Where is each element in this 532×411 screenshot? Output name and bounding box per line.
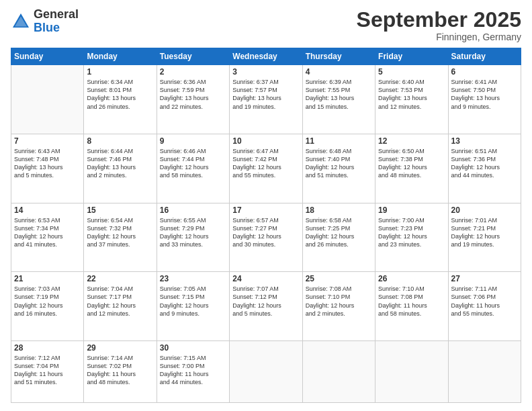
- location: Finningen, Germany: [357, 32, 521, 42]
- day-info: Sunrise: 7:00 AM Sunset: 7:23 PM Dayligh…: [378, 216, 445, 249]
- table-row: 2Sunrise: 6:36 AM Sunset: 7:59 PM Daylig…: [157, 65, 229, 134]
- day-info: Sunrise: 6:37 AM Sunset: 7:57 PM Dayligh…: [232, 78, 299, 111]
- table-row: 23Sunrise: 7:05 AM Sunset: 7:15 PM Dayli…: [157, 272, 229, 341]
- logo-general: General: [34, 7, 79, 21]
- table-row: [302, 341, 375, 403]
- day-number: 16: [160, 205, 226, 215]
- day-number: 22: [87, 274, 153, 283]
- month-title: September 2025: [357, 8, 521, 32]
- day-info: Sunrise: 6:43 AM Sunset: 7:48 PM Dayligh…: [14, 147, 81, 180]
- day-info: Sunrise: 7:12 AM Sunset: 7:04 PM Dayligh…: [14, 354, 81, 387]
- table-row: 8Sunrise: 6:44 AM Sunset: 7:46 PM Daylig…: [84, 134, 157, 203]
- day-info: Sunrise: 7:11 AM Sunset: 7:06 PM Dayligh…: [451, 285, 518, 318]
- table-row: 5Sunrise: 6:40 AM Sunset: 7:53 PM Daylig…: [375, 65, 448, 134]
- logo: General Blue: [11, 8, 79, 35]
- table-row: 16Sunrise: 6:55 AM Sunset: 7:29 PM Dayli…: [157, 203, 229, 272]
- table-row: 17Sunrise: 6:57 AM Sunset: 7:27 PM Dayli…: [230, 203, 302, 272]
- day-number: 30: [160, 343, 226, 353]
- day-info: Sunrise: 6:50 AM Sunset: 7:38 PM Dayligh…: [378, 147, 445, 180]
- col-tuesday: Tuesday: [157, 48, 229, 65]
- table-row: [11, 65, 84, 134]
- table-row: 30Sunrise: 7:15 AM Sunset: 7:00 PM Dayli…: [157, 341, 229, 403]
- day-number: 20: [451, 205, 518, 215]
- day-info: Sunrise: 7:15 AM Sunset: 7:00 PM Dayligh…: [160, 354, 226, 387]
- col-friday: Friday: [375, 48, 448, 65]
- table-row: 27Sunrise: 7:11 AM Sunset: 7:06 PM Dayli…: [448, 272, 521, 341]
- day-number: 25: [306, 274, 372, 283]
- calendar-table: Sunday Monday Tuesday Wednesday Thursday…: [11, 48, 521, 403]
- day-number: 1: [87, 67, 153, 77]
- logo-icon: [11, 11, 31, 32]
- col-saturday: Saturday: [448, 48, 521, 65]
- col-thursday: Thursday: [302, 48, 375, 65]
- day-info: Sunrise: 6:51 AM Sunset: 7:36 PM Dayligh…: [451, 147, 518, 180]
- day-number: 8: [87, 136, 153, 146]
- table-row: 7Sunrise: 6:43 AM Sunset: 7:48 PM Daylig…: [11, 134, 84, 203]
- day-number: 9: [160, 136, 226, 146]
- table-row: 1Sunrise: 6:34 AM Sunset: 8:01 PM Daylig…: [84, 65, 157, 134]
- day-number: 6: [451, 67, 518, 77]
- day-number: 17: [232, 205, 299, 215]
- day-info: Sunrise: 7:07 AM Sunset: 7:12 PM Dayligh…: [232, 285, 299, 318]
- day-info: Sunrise: 6:54 AM Sunset: 7:32 PM Dayligh…: [87, 216, 153, 249]
- table-row: 24Sunrise: 7:07 AM Sunset: 7:12 PM Dayli…: [230, 272, 302, 341]
- day-number: 3: [232, 67, 299, 77]
- day-info: Sunrise: 7:10 AM Sunset: 7:08 PM Dayligh…: [378, 285, 445, 318]
- logo-text: General Blue: [34, 8, 79, 35]
- day-info: Sunrise: 7:01 AM Sunset: 7:21 PM Dayligh…: [451, 216, 518, 249]
- day-number: 26: [378, 274, 445, 283]
- table-row: 25Sunrise: 7:08 AM Sunset: 7:10 PM Dayli…: [302, 272, 375, 341]
- day-number: 29: [87, 343, 153, 353]
- day-info: Sunrise: 7:14 AM Sunset: 7:02 PM Dayligh…: [87, 354, 153, 387]
- title-block: September 2025 Finningen, Germany: [357, 8, 521, 42]
- table-row: 6Sunrise: 6:41 AM Sunset: 7:50 PM Daylig…: [448, 65, 521, 134]
- day-info: Sunrise: 6:57 AM Sunset: 7:27 PM Dayligh…: [232, 216, 299, 249]
- table-row: 13Sunrise: 6:51 AM Sunset: 7:36 PM Dayli…: [448, 134, 521, 203]
- day-number: 2: [160, 67, 226, 77]
- day-number: 27: [451, 274, 518, 283]
- day-number: 11: [306, 136, 372, 146]
- table-row: 20Sunrise: 7:01 AM Sunset: 7:21 PM Dayli…: [448, 203, 521, 272]
- day-number: 13: [451, 136, 518, 146]
- day-info: Sunrise: 6:53 AM Sunset: 7:34 PM Dayligh…: [14, 216, 81, 249]
- day-number: 24: [232, 274, 299, 283]
- table-row: 12Sunrise: 6:50 AM Sunset: 7:38 PM Dayli…: [375, 134, 448, 203]
- table-row: 4Sunrise: 6:39 AM Sunset: 7:55 PM Daylig…: [302, 65, 375, 134]
- day-number: 19: [378, 205, 445, 215]
- col-wednesday: Wednesday: [230, 48, 302, 65]
- day-info: Sunrise: 7:05 AM Sunset: 7:15 PM Dayligh…: [160, 285, 226, 318]
- page: General Blue September 2025 Finningen, G…: [0, 0, 532, 411]
- table-row: 3Sunrise: 6:37 AM Sunset: 7:57 PM Daylig…: [230, 65, 302, 134]
- header: General Blue September 2025 Finningen, G…: [11, 8, 521, 42]
- day-number: 4: [306, 67, 372, 77]
- day-number: 18: [306, 205, 372, 215]
- day-number: 7: [14, 136, 81, 146]
- day-info: Sunrise: 6:40 AM Sunset: 7:53 PM Dayligh…: [378, 78, 445, 111]
- table-row: 18Sunrise: 6:58 AM Sunset: 7:25 PM Dayli…: [302, 203, 375, 272]
- table-row: 28Sunrise: 7:12 AM Sunset: 7:04 PM Dayli…: [11, 341, 84, 403]
- table-row: 26Sunrise: 7:10 AM Sunset: 7:08 PM Dayli…: [375, 272, 448, 341]
- table-row: 21Sunrise: 7:03 AM Sunset: 7:19 PM Dayli…: [11, 272, 84, 341]
- day-info: Sunrise: 7:04 AM Sunset: 7:17 PM Dayligh…: [87, 285, 153, 318]
- table-row: 10Sunrise: 6:47 AM Sunset: 7:42 PM Dayli…: [230, 134, 302, 203]
- table-row: [375, 341, 448, 403]
- day-info: Sunrise: 6:55 AM Sunset: 7:29 PM Dayligh…: [160, 216, 226, 249]
- day-number: 10: [232, 136, 299, 146]
- day-info: Sunrise: 7:03 AM Sunset: 7:19 PM Dayligh…: [14, 285, 81, 318]
- table-row: 15Sunrise: 6:54 AM Sunset: 7:32 PM Dayli…: [84, 203, 157, 272]
- day-number: 12: [378, 136, 445, 146]
- day-info: Sunrise: 6:44 AM Sunset: 7:46 PM Dayligh…: [87, 147, 153, 180]
- day-info: Sunrise: 6:58 AM Sunset: 7:25 PM Dayligh…: [306, 216, 372, 249]
- table-row: [230, 341, 302, 403]
- table-row: [448, 341, 521, 403]
- day-info: Sunrise: 6:47 AM Sunset: 7:42 PM Dayligh…: [232, 147, 299, 180]
- table-row: 29Sunrise: 7:14 AM Sunset: 7:02 PM Dayli…: [84, 341, 157, 403]
- day-info: Sunrise: 6:41 AM Sunset: 7:50 PM Dayligh…: [451, 78, 518, 111]
- day-info: Sunrise: 6:39 AM Sunset: 7:55 PM Dayligh…: [306, 78, 372, 111]
- day-info: Sunrise: 6:48 AM Sunset: 7:40 PM Dayligh…: [306, 147, 372, 180]
- day-number: 14: [14, 205, 81, 215]
- day-number: 15: [87, 205, 153, 215]
- day-number: 23: [160, 274, 226, 283]
- table-row: 9Sunrise: 6:46 AM Sunset: 7:44 PM Daylig…: [157, 134, 229, 203]
- calendar-header-row: Sunday Monday Tuesday Wednesday Thursday…: [11, 48, 521, 65]
